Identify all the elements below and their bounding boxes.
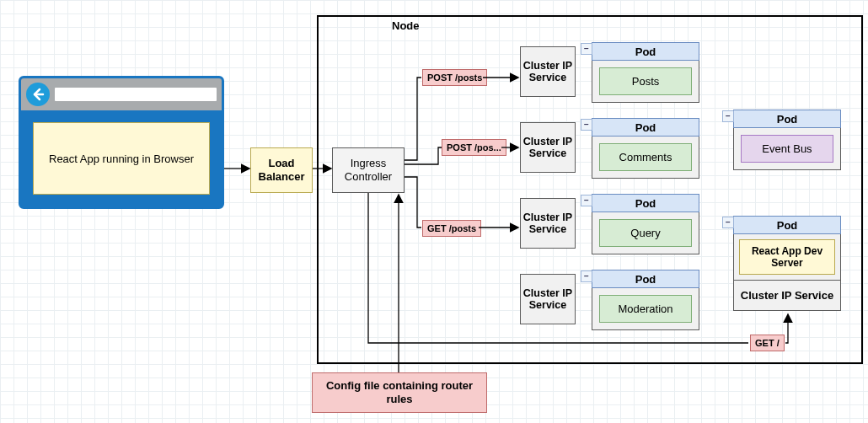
url-bar [55,88,217,101]
browser-window: React App running in Browser [19,76,224,209]
collapse-icon: − [722,110,734,122]
pod-title: − Pod [592,194,699,212]
browser-toolbar [21,78,222,110]
pod-title: − Pod [733,216,841,234]
collapse-icon: − [581,43,592,55]
service-comments: Comments [599,143,692,171]
pod-title: − Pod [733,110,841,128]
back-icon [26,83,50,106]
ingress-controller-box: Ingress Controller [332,147,405,193]
browser-app-label: React App running in Browser [49,153,194,165]
pod-title: − Pod [592,270,699,288]
collapse-icon: − [581,270,592,282]
ingress-controller-label: Ingress Controller [338,157,399,185]
route-tag-post-posts: POST /posts [422,69,487,86]
cluster-ip-service-posts: Cluster IP Service [520,46,576,97]
diagram-canvas: Node React App running in Browser Load B… [0,0,868,423]
pod-query: − Pod Query [592,194,699,254]
route-tag-post-pos-trunc: POST /pos... [442,139,506,156]
route-tag-get-posts: GET /posts [422,220,481,237]
service-react-dev: React App Dev Server [739,239,835,275]
pod-react-dev: − Pod React App Dev Server Cluster IP Se… [733,216,841,311]
service-moderation: Moderation [599,295,692,323]
cluster-ip-service-react: Cluster IP Service [733,281,841,311]
pod-comments: − Pod Comments [592,118,699,179]
service-posts: Posts [599,67,692,95]
collapse-icon: − [581,195,592,206]
config-file-box: Config file containing router rules [312,372,487,413]
config-file-label: Config file containing router rules [318,379,481,407]
cluster-ip-service-query: Cluster IP Service [520,198,576,249]
pod-event-bus: − Pod Event Bus [733,110,841,170]
load-balancer-label: Load Balancer [256,157,307,185]
node-label: Node [392,19,420,32]
browser-body: React App running in Browser [21,110,222,206]
cluster-ip-service-comments: Cluster IP Service [520,122,576,173]
collapse-icon: − [722,217,734,228]
browser-content-box: React App running in Browser [33,122,210,195]
route-tag-get-root: GET / [750,335,785,351]
collapse-icon: − [581,119,592,131]
pod-moderation: − Pod Moderation [592,270,699,330]
pod-title: − Pod [592,42,699,61]
pod-title: − Pod [592,118,699,137]
load-balancer-box: Load Balancer [250,147,313,193]
service-event-bus: Event Bus [741,135,833,163]
pod-posts: − Pod Posts [592,42,699,103]
service-query: Query [599,219,692,247]
cluster-ip-service-moderation: Cluster IP Service [520,274,576,324]
